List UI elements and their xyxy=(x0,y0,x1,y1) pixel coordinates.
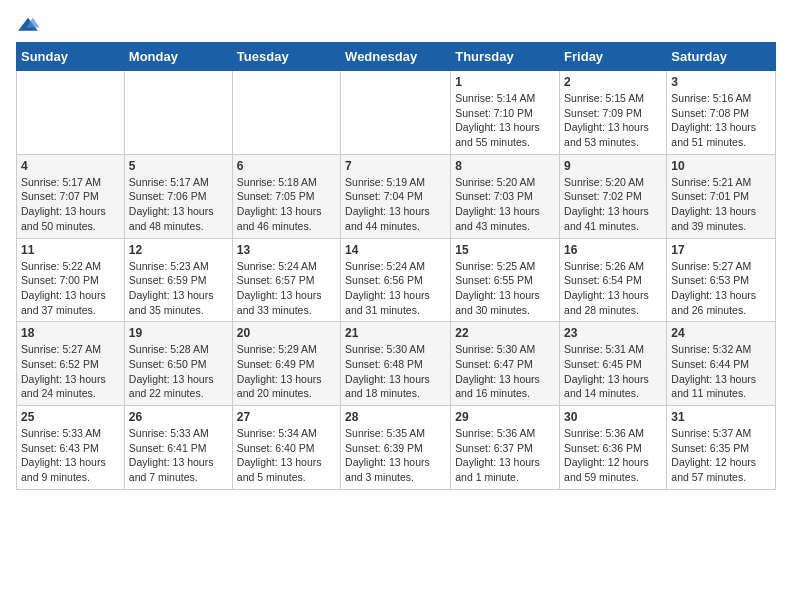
sunrise: Sunrise: 5:17 AM xyxy=(21,176,101,188)
daylight: Daylight: 13 hours and 14 minutes. xyxy=(564,373,649,400)
daylight: Daylight: 12 hours and 57 minutes. xyxy=(671,456,756,483)
daylight: Daylight: 13 hours and 3 minutes. xyxy=(345,456,430,483)
day-number: 8 xyxy=(455,159,555,173)
sunset: Sunset: 7:06 PM xyxy=(129,190,207,202)
sunset: Sunset: 6:57 PM xyxy=(237,274,315,286)
calendar-cell: 13Sunrise: 5:24 AMSunset: 6:57 PMDayligh… xyxy=(232,238,340,322)
calendar-cell: 23Sunrise: 5:31 AMSunset: 6:45 PMDayligh… xyxy=(560,322,667,406)
daylight: Daylight: 13 hours and 1 minute. xyxy=(455,456,540,483)
calendar-cell: 18Sunrise: 5:27 AMSunset: 6:52 PMDayligh… xyxy=(17,322,125,406)
sunset: Sunset: 7:07 PM xyxy=(21,190,99,202)
sunrise: Sunrise: 5:18 AM xyxy=(237,176,317,188)
cell-content: Sunrise: 5:30 AMSunset: 6:48 PMDaylight:… xyxy=(345,342,446,401)
sunrise: Sunrise: 5:17 AM xyxy=(129,176,209,188)
sunrise: Sunrise: 5:33 AM xyxy=(21,427,101,439)
cell-content: Sunrise: 5:24 AMSunset: 6:56 PMDaylight:… xyxy=(345,259,446,318)
day-number: 11 xyxy=(21,243,120,257)
sunset: Sunset: 7:10 PM xyxy=(455,107,533,119)
sunset: Sunset: 6:56 PM xyxy=(345,274,423,286)
sunrise: Sunrise: 5:15 AM xyxy=(564,92,644,104)
sunrise: Sunrise: 5:23 AM xyxy=(129,260,209,272)
day-number: 17 xyxy=(671,243,771,257)
daylight: Daylight: 12 hours and 59 minutes. xyxy=(564,456,649,483)
daylight: Daylight: 13 hours and 18 minutes. xyxy=(345,373,430,400)
logo xyxy=(16,16,46,34)
calendar-cell: 31Sunrise: 5:37 AMSunset: 6:35 PMDayligh… xyxy=(667,406,776,490)
calendar-cell: 15Sunrise: 5:25 AMSunset: 6:55 PMDayligh… xyxy=(451,238,560,322)
cell-content: Sunrise: 5:23 AMSunset: 6:59 PMDaylight:… xyxy=(129,259,228,318)
cell-content: Sunrise: 5:26 AMSunset: 6:54 PMDaylight:… xyxy=(564,259,662,318)
cell-content: Sunrise: 5:37 AMSunset: 6:35 PMDaylight:… xyxy=(671,426,771,485)
day-number: 14 xyxy=(345,243,446,257)
sunset: Sunset: 6:49 PM xyxy=(237,358,315,370)
sunrise: Sunrise: 5:35 AM xyxy=(345,427,425,439)
sunset: Sunset: 6:44 PM xyxy=(671,358,749,370)
calendar-cell: 14Sunrise: 5:24 AMSunset: 6:56 PMDayligh… xyxy=(341,238,451,322)
sunrise: Sunrise: 5:37 AM xyxy=(671,427,751,439)
daylight: Daylight: 13 hours and 46 minutes. xyxy=(237,205,322,232)
sunset: Sunset: 6:45 PM xyxy=(564,358,642,370)
sunrise: Sunrise: 5:27 AM xyxy=(21,343,101,355)
sunset: Sunset: 6:50 PM xyxy=(129,358,207,370)
day-number: 18 xyxy=(21,326,120,340)
sunrise: Sunrise: 5:20 AM xyxy=(455,176,535,188)
calendar-cell: 10Sunrise: 5:21 AMSunset: 7:01 PMDayligh… xyxy=(667,154,776,238)
calendar-cell: 22Sunrise: 5:30 AMSunset: 6:47 PMDayligh… xyxy=(451,322,560,406)
daylight: Daylight: 13 hours and 26 minutes. xyxy=(671,289,756,316)
sunrise: Sunrise: 5:14 AM xyxy=(455,92,535,104)
daylight: Daylight: 13 hours and 35 minutes. xyxy=(129,289,214,316)
calendar-cell: 7Sunrise: 5:19 AMSunset: 7:04 PMDaylight… xyxy=(341,154,451,238)
sunset: Sunset: 6:41 PM xyxy=(129,442,207,454)
cell-content: Sunrise: 5:36 AMSunset: 6:37 PMDaylight:… xyxy=(455,426,555,485)
calendar-cell: 30Sunrise: 5:36 AMSunset: 6:36 PMDayligh… xyxy=(560,406,667,490)
cell-content: Sunrise: 5:25 AMSunset: 6:55 PMDaylight:… xyxy=(455,259,555,318)
calendar-cell: 6Sunrise: 5:18 AMSunset: 7:05 PMDaylight… xyxy=(232,154,340,238)
cell-content: Sunrise: 5:21 AMSunset: 7:01 PMDaylight:… xyxy=(671,175,771,234)
sunset: Sunset: 6:37 PM xyxy=(455,442,533,454)
day-number: 4 xyxy=(21,159,120,173)
sunset: Sunset: 7:01 PM xyxy=(671,190,749,202)
cell-content: Sunrise: 5:36 AMSunset: 6:36 PMDaylight:… xyxy=(564,426,662,485)
cell-content: Sunrise: 5:29 AMSunset: 6:49 PMDaylight:… xyxy=(237,342,336,401)
header-monday: Monday xyxy=(124,43,232,71)
sunrise: Sunrise: 5:21 AM xyxy=(671,176,751,188)
header-saturday: Saturday xyxy=(667,43,776,71)
cell-content: Sunrise: 5:28 AMSunset: 6:50 PMDaylight:… xyxy=(129,342,228,401)
daylight: Daylight: 13 hours and 51 minutes. xyxy=(671,121,756,148)
sunrise: Sunrise: 5:30 AM xyxy=(345,343,425,355)
header-friday: Friday xyxy=(560,43,667,71)
daylight: Daylight: 13 hours and 37 minutes. xyxy=(21,289,106,316)
sunset: Sunset: 6:40 PM xyxy=(237,442,315,454)
sunset: Sunset: 6:55 PM xyxy=(455,274,533,286)
calendar-cell: 12Sunrise: 5:23 AMSunset: 6:59 PMDayligh… xyxy=(124,238,232,322)
cell-content: Sunrise: 5:18 AMSunset: 7:05 PMDaylight:… xyxy=(237,175,336,234)
header-thursday: Thursday xyxy=(451,43,560,71)
day-number: 23 xyxy=(564,326,662,340)
calendar-cell xyxy=(232,71,340,155)
cell-content: Sunrise: 5:24 AMSunset: 6:57 PMDaylight:… xyxy=(237,259,336,318)
day-number: 13 xyxy=(237,243,336,257)
cell-content: Sunrise: 5:14 AMSunset: 7:10 PMDaylight:… xyxy=(455,91,555,150)
daylight: Daylight: 13 hours and 53 minutes. xyxy=(564,121,649,148)
cell-content: Sunrise: 5:27 AMSunset: 6:53 PMDaylight:… xyxy=(671,259,771,318)
day-number: 3 xyxy=(671,75,771,89)
calendar-cell: 8Sunrise: 5:20 AMSunset: 7:03 PMDaylight… xyxy=(451,154,560,238)
sunset: Sunset: 6:36 PM xyxy=(564,442,642,454)
sunrise: Sunrise: 5:27 AM xyxy=(671,260,751,272)
sunrise: Sunrise: 5:34 AM xyxy=(237,427,317,439)
cell-content: Sunrise: 5:17 AMSunset: 7:06 PMDaylight:… xyxy=(129,175,228,234)
day-number: 15 xyxy=(455,243,555,257)
daylight: Daylight: 13 hours and 41 minutes. xyxy=(564,205,649,232)
week-row-4: 18Sunrise: 5:27 AMSunset: 6:52 PMDayligh… xyxy=(17,322,776,406)
week-row-5: 25Sunrise: 5:33 AMSunset: 6:43 PMDayligh… xyxy=(17,406,776,490)
cell-content: Sunrise: 5:20 AMSunset: 7:02 PMDaylight:… xyxy=(564,175,662,234)
sunrise: Sunrise: 5:29 AM xyxy=(237,343,317,355)
header-row: SundayMondayTuesdayWednesdayThursdayFrid… xyxy=(17,43,776,71)
cell-content: Sunrise: 5:15 AMSunset: 7:09 PMDaylight:… xyxy=(564,91,662,150)
sunrise: Sunrise: 5:20 AM xyxy=(564,176,644,188)
daylight: Daylight: 13 hours and 16 minutes. xyxy=(455,373,540,400)
day-number: 5 xyxy=(129,159,228,173)
day-number: 24 xyxy=(671,326,771,340)
daylight: Daylight: 13 hours and 44 minutes. xyxy=(345,205,430,232)
sunset: Sunset: 6:54 PM xyxy=(564,274,642,286)
